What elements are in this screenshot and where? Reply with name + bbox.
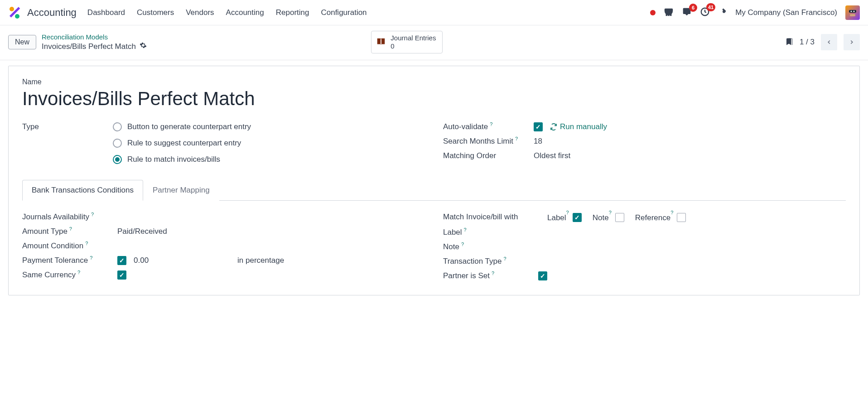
nav-dashboard[interactable]: Dashboard — [87, 8, 125, 17]
payment-tolerance-checkbox[interactable] — [117, 256, 126, 265]
main-menu: Dashboard Customers Vendors Accounting R… — [87, 8, 650, 17]
match-reference-checkbox[interactable] — [677, 213, 686, 222]
breadcrumb-current-text: Invoices/Bills Perfect Match — [42, 42, 136, 51]
help-icon[interactable]: ? — [69, 226, 72, 232]
svg-point-9 — [854, 10, 855, 12]
help-icon[interactable]: ? — [515, 136, 518, 141]
pager-next[interactable] — [844, 34, 860, 50]
messages-icon[interactable]: 6 — [682, 7, 692, 18]
payment-tolerance-unit[interactable]: in percentage — [237, 256, 284, 265]
svg-rect-10 — [850, 14, 855, 16]
nav-configuration[interactable]: Configuration — [321, 8, 366, 17]
help-icon[interactable]: ? — [566, 210, 569, 215]
help-icon[interactable]: ? — [490, 121, 492, 127]
help-icon[interactable]: ? — [461, 241, 464, 247]
same-currency-label: Same Currency? — [22, 270, 117, 280]
payment-tolerance-value[interactable]: 0.00 — [134, 256, 149, 265]
tab-left-column: Journals Availability? Amount Type? Paid… — [22, 210, 425, 283]
svg-rect-7 — [849, 10, 856, 13]
name-label: Name — [22, 78, 846, 86]
nav-customers[interactable]: Customers — [137, 8, 174, 17]
user-avatar[interactable] — [845, 5, 860, 20]
activities-badge: 41 — [706, 3, 715, 11]
help-icon[interactable]: ? — [503, 256, 506, 261]
auto-validate-checkbox[interactable] — [534, 122, 543, 131]
help-icon[interactable]: ? — [464, 227, 467, 232]
tabs: Bank Transactions Conditions Partner Map… — [22, 179, 846, 201]
gear-icon[interactable] — [140, 42, 147, 51]
right-column: Auto-validate? Run manually Search Month… — [443, 120, 846, 167]
new-button[interactable]: New — [8, 35, 36, 49]
stat-title: Journal Entries — [391, 34, 436, 42]
nav-vendors[interactable]: Vendors — [186, 8, 214, 17]
top-navbar: Accounting Dashboard Customers Vendors A… — [0, 0, 868, 25]
auto-validate-label: Auto-validate? — [443, 122, 534, 131]
svg-rect-3 — [666, 14, 667, 16]
left-column: Type Button to generate counterpart entr… — [22, 120, 425, 167]
match-reference-text: Reference? — [635, 212, 674, 222]
type-option-suggest-label: Rule to suggest counterpart entry — [127, 139, 241, 148]
company-switcher[interactable]: My Company (San Francisco) — [735, 8, 837, 17]
type-option-button-label: Button to generate counterpart entry — [127, 122, 251, 131]
label-filter-label: Label? — [443, 228, 538, 237]
months-label: Search Months Limit? — [443, 137, 534, 146]
help-icon[interactable]: ? — [91, 212, 94, 217]
record-title[interactable]: Invoices/Bills Perfect Match — [22, 88, 846, 110]
breadcrumb-current: Invoices/Bills Perfect Match — [42, 42, 147, 51]
svg-point-1 — [15, 14, 19, 19]
pager: 1 / 3 — [785, 34, 860, 50]
app-logo[interactable] — [8, 6, 21, 19]
journals-label: Journals Availability? — [22, 212, 117, 222]
form-container: Name Invoices/Bills Perfect Match Type B… — [0, 60, 868, 295]
match-note-text: Note? — [593, 212, 612, 222]
bookmark-icon[interactable] — [785, 37, 793, 48]
help-icon[interactable]: ? — [90, 255, 92, 261]
tab-right-column: Match Invoice/bill with Label? Note? Ref… — [443, 210, 846, 283]
svg-point-0 — [10, 7, 14, 11]
amount-type-value[interactable]: Paid/Received — [117, 227, 167, 236]
app-title[interactable]: Accounting — [27, 7, 77, 19]
breadcrumb-parent[interactable]: Reconciliation Models — [42, 33, 147, 41]
note-filter-label: Note? — [443, 242, 538, 251]
tab-bank-conditions[interactable]: Bank Transactions Conditions — [22, 180, 143, 201]
tab-partner-mapping[interactable]: Partner Mapping — [143, 180, 219, 201]
partner-set-checkbox[interactable] — [538, 271, 547, 280]
voip-icon[interactable] — [664, 7, 674, 18]
control-bar: New Reconciliation Models Invoices/Bills… — [0, 25, 868, 60]
months-value[interactable]: 18 — [534, 137, 542, 146]
help-icon[interactable]: ? — [77, 270, 80, 275]
amount-condition-label: Amount Condition? — [22, 241, 117, 251]
topbar-right: 6 41 My Company (San Francisco) — [650, 5, 860, 20]
nav-accounting[interactable]: Accounting — [226, 8, 264, 17]
pager-prev[interactable] — [821, 34, 837, 50]
svg-rect-4 — [668, 14, 669, 16]
payment-tolerance-label: Payment Tolerance? — [22, 256, 117, 265]
help-icon[interactable]: ? — [85, 241, 88, 246]
recording-indicator[interactable] — [650, 10, 656, 15]
type-option-match[interactable]: Rule to match invoices/bills — [113, 155, 251, 164]
activities-icon[interactable]: 41 — [700, 7, 710, 18]
book-icon — [376, 37, 386, 48]
match-note-checkbox[interactable] — [615, 213, 624, 222]
run-manually-button[interactable]: Run manually — [550, 122, 607, 131]
help-icon[interactable]: ? — [609, 210, 612, 215]
svg-point-8 — [851, 10, 852, 12]
matching-order-label: Matching Order — [443, 151, 534, 160]
amount-type-label: Amount Type? — [22, 227, 117, 236]
tools-icon[interactable] — [718, 7, 727, 18]
svg-rect-5 — [670, 14, 671, 16]
matching-order-value[interactable]: Oldest first — [534, 151, 570, 160]
pager-text[interactable]: 1 / 3 — [800, 38, 815, 47]
nav-reporting[interactable]: Reporting — [276, 8, 309, 17]
help-icon[interactable]: ? — [670, 210, 673, 215]
transaction-type-label: Transaction Type? — [443, 257, 538, 266]
stat-count: 0 — [391, 42, 436, 50]
same-currency-checkbox[interactable] — [117, 270, 126, 280]
help-icon[interactable]: ? — [492, 270, 494, 276]
journal-entries-stat[interactable]: Journal Entries 0 — [371, 31, 443, 53]
type-radio-group: Button to generate counterpart entry Rul… — [113, 122, 251, 164]
type-option-suggest[interactable]: Rule to suggest counterpart entry — [113, 139, 251, 148]
tab-body: Journals Availability? Amount Type? Paid… — [22, 201, 846, 283]
type-option-button[interactable]: Button to generate counterpart entry — [113, 122, 251, 131]
match-label-checkbox[interactable] — [573, 213, 582, 222]
